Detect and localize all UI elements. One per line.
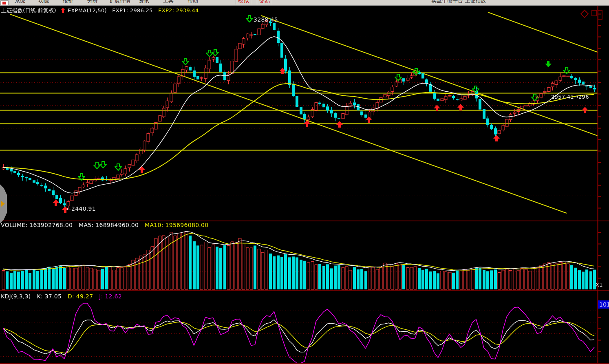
menu-item-hot-2[interactable]: 交易 (257, 0, 272, 4)
peak-price-label: 3288.45 (254, 16, 278, 23)
menu-item-news[interactable]: 资讯 (139, 0, 149, 4)
up-arrow-icon (61, 8, 65, 14)
menu-item-help[interactable]: 帮助 (188, 0, 198, 4)
zoom-level-label: X1 (596, 282, 603, 288)
diamond-icon (581, 10, 588, 18)
kdj-j-value: J: 12.62 (99, 293, 122, 300)
menu-right-text: 实盘牛熊平台 上证指数 (431, 0, 486, 4)
volume-ma10-value: MA10: 195696080.00 (145, 222, 208, 228)
menu-item-system[interactable]: 系统 (15, 0, 25, 4)
exp2-value: EXP2: 2939.44 (158, 7, 199, 13)
pane-corner-icons (580, 9, 604, 22)
symbol-title: 上证指数(日线.前复权) (1, 7, 56, 13)
axis-value-badge: 101 (598, 300, 609, 309)
menu-item-tools[interactable]: 工具 (163, 0, 174, 4)
low-price-label: ←2440.91 (66, 205, 96, 212)
chart-header: 上证指数(日线.前复权)EXPMA(12,50) EXP1: 2986.25 E… (1, 7, 203, 14)
kdj-name[interactable]: KDJ(9,3,3) (1, 293, 31, 300)
indicator-name[interactable]: EXPMA(12,50) (68, 7, 107, 13)
volume-value: VOLUME: 163902768.00 (1, 222, 73, 228)
menu-bar: 系统 功能 报价 分析 扩展行情 资讯 工具 帮助 模拟 交易 实盘牛熊平台 上… (0, 0, 609, 6)
menu-item-quotes[interactable]: 报价 (63, 0, 73, 4)
volume-header: VOLUME: 163902768.00 MA5: 168984960.00 M… (1, 222, 213, 228)
exp1-value: EXP1: 2986.25 (112, 7, 152, 13)
volume-ma5-value: MA5: 168984960.00 (79, 222, 139, 228)
kdj-header: KDJ(9,3,3) K: 37.05 D: 49.27 J: 12.62 (1, 293, 126, 300)
expand-right-icon (1, 201, 5, 207)
last-price-label: 2957.41→296 (551, 94, 597, 100)
menu-item-function[interactable]: 功能 (38, 0, 49, 4)
kdj-k-value: K: 37.05 (37, 293, 62, 300)
menu-item-hot-1[interactable]: 模拟 (236, 0, 251, 4)
window-panes-icon (592, 10, 602, 19)
app-logo-icon[interactable] (0, 0, 9, 6)
menu-item-extquotes[interactable]: 扩展行情 (109, 0, 130, 4)
menu-item-analysis[interactable]: 分析 (87, 0, 98, 4)
kdj-d-value: D: 49.27 (68, 293, 93, 300)
chart-canvas[interactable] (0, 0, 609, 364)
trading-terminal-window: 系统 功能 报价 分析 扩展行情 资讯 工具 帮助 模拟 交易 实盘牛熊平台 上… (0, 0, 609, 364)
